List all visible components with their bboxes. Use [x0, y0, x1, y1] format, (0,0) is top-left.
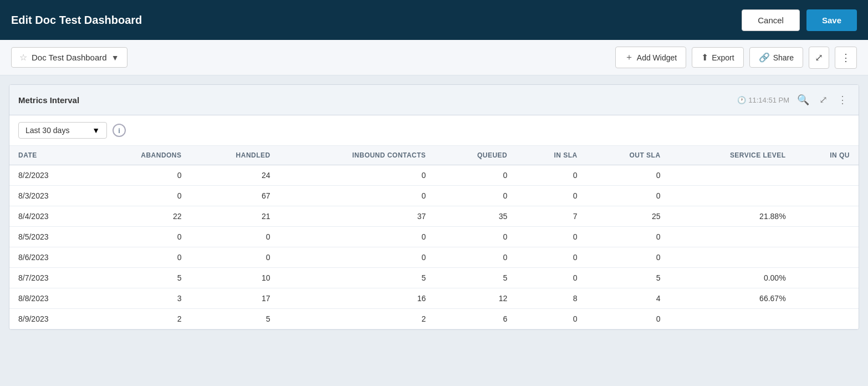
search-icon: 🔍 — [797, 94, 809, 106]
table-cell — [795, 206, 859, 227]
main-content: Metrics Interval 🕐 11:14:51 PM 🔍 ⤢ ⋮ — [0, 75, 868, 386]
table-cell: 5 — [91, 268, 190, 288]
col-abandons: ABANDONS — [91, 146, 190, 165]
export-icon: ⬆ — [701, 52, 708, 63]
table-cell: 2 — [91, 309, 190, 329]
widget-controls: Last 30 days ▼ i — [9, 115, 859, 146]
search-button[interactable]: 🔍 — [795, 92, 811, 108]
info-icon[interactable]: i — [113, 124, 126, 137]
cancel-button[interactable]: Cancel — [742, 9, 800, 31]
table-cell: 16 — [279, 288, 435, 309]
share-label: Share — [773, 53, 794, 62]
table-cell: 0 — [516, 309, 586, 329]
more-options-button[interactable]: ⋮ — [835, 47, 857, 69]
widget-header: Metrics Interval 🕐 11:14:51 PM 🔍 ⤢ ⋮ — [9, 85, 859, 115]
add-widget-button[interactable]: ＋ Add Widget — [615, 47, 686, 68]
table-row: 8/6/2023000000 — [9, 247, 859, 268]
table-cell: 0 — [586, 165, 670, 186]
dashboard-selector[interactable]: ☆ Doc Test Dashboard ▼ — [11, 47, 127, 68]
table-cell: 0 — [586, 227, 670, 247]
interval-label: Last 30 days — [25, 126, 88, 135]
table-cell: 0 — [516, 268, 586, 288]
toolbar-right: ＋ Add Widget ⬆ Export 🔗 Share ⤢ ⋮ — [615, 47, 857, 69]
table-cell: 22 — [91, 206, 190, 227]
metrics-table-wrapper[interactable]: DATE ABANDONS HANDLED INBOUND CONTACTS Q… — [9, 146, 859, 329]
plus-icon: ＋ — [625, 52, 634, 63]
save-button[interactable]: Save — [806, 9, 857, 31]
widget-header-right: 🕐 11:14:51 PM 🔍 ⤢ ⋮ — [737, 92, 850, 108]
table-cell: 5 — [190, 309, 279, 329]
table-cell: 0 — [586, 247, 670, 268]
table-cell: 25 — [586, 206, 670, 227]
star-icon: ☆ — [19, 52, 27, 63]
expand-icon: ⤢ — [819, 94, 828, 106]
table-cell: 8/6/2023 — [9, 247, 91, 268]
add-widget-label: Add Widget — [637, 53, 677, 62]
table-header: DATE ABANDONS HANDLED INBOUND CONTACTS Q… — [9, 146, 859, 165]
table-cell: 0 — [279, 227, 435, 247]
table-cell: 0 — [279, 247, 435, 268]
table-cell: 8/5/2023 — [9, 227, 91, 247]
table-cell: 0 — [91, 227, 190, 247]
col-out-sla: OUT SLA — [586, 146, 670, 165]
table-cell: 0 — [586, 186, 670, 206]
table-cell: 8/9/2023 — [9, 309, 91, 329]
interval-selector[interactable]: Last 30 days ▼ — [18, 122, 107, 139]
table-cell — [670, 247, 795, 268]
table-cell: 0 — [435, 186, 516, 206]
table-cell: 5 — [435, 268, 516, 288]
table-cell: 8/3/2023 — [9, 186, 91, 206]
table-cell: 2 — [279, 309, 435, 329]
table-cell: 0 — [190, 227, 279, 247]
table-cell: 0 — [516, 186, 586, 206]
table-row: 8/7/202351055050.00% — [9, 268, 859, 288]
more-icon: ⋮ — [841, 52, 851, 64]
table-cell — [795, 268, 859, 288]
table-row: 8/8/202331716128466.67% — [9, 288, 859, 309]
table-cell: 67 — [190, 186, 279, 206]
timestamp-value: 11:14:51 PM — [748, 96, 789, 104]
table-cell: 0 — [516, 165, 586, 186]
table-cell: 8/8/2023 — [9, 288, 91, 309]
table-cell — [795, 227, 859, 247]
table-cell: 0 — [586, 309, 670, 329]
col-inbound-contacts: INBOUND CONTACTS — [279, 146, 435, 165]
table-cell — [795, 165, 859, 186]
metrics-widget: Metrics Interval 🕐 11:14:51 PM 🔍 ⤢ ⋮ — [9, 84, 859, 330]
table-cell: 0 — [190, 247, 279, 268]
expand-button[interactable]: ⤢ — [817, 92, 830, 108]
col-in-qu: IN QU — [795, 146, 859, 165]
table-cell: 0 — [279, 165, 435, 186]
table-cell — [670, 165, 795, 186]
widget-more-icon: ⋮ — [838, 94, 847, 106]
share-icon: 🔗 — [759, 52, 770, 63]
table-cell — [670, 227, 795, 247]
table-cell — [670, 186, 795, 206]
secondary-toolbar: ☆ Doc Test Dashboard ▼ ＋ Add Widget ⬆ Ex… — [0, 40, 868, 75]
table-cell: 0 — [516, 227, 586, 247]
table-cell: 4 — [586, 288, 670, 309]
table-cell: 6 — [435, 309, 516, 329]
table-cell: 24 — [190, 165, 279, 186]
export-button[interactable]: ⬆ Export — [692, 47, 743, 68]
col-in-sla: IN SLA — [516, 146, 586, 165]
fullscreen-button[interactable]: ⤢ — [809, 47, 829, 69]
table-cell: 21 — [190, 206, 279, 227]
export-label: Export — [712, 53, 734, 62]
dashboard-name-label: Doc Test Dashboard — [32, 53, 107, 62]
table-cell — [795, 186, 859, 206]
table-cell: 0 — [435, 247, 516, 268]
table-cell — [795, 309, 859, 329]
widget-title: Metrics Interval — [18, 95, 79, 105]
chevron-down-icon: ▼ — [111, 53, 119, 62]
table-cell: 0 — [91, 165, 190, 186]
col-service-level: SERVICE LEVEL — [670, 146, 795, 165]
metrics-table: DATE ABANDONS HANDLED INBOUND CONTACTS Q… — [9, 146, 859, 329]
widget-more-button[interactable]: ⋮ — [835, 92, 850, 108]
table-cell: 0 — [516, 247, 586, 268]
table-row: 8/2/20230240000 — [9, 165, 859, 186]
widget-timestamp: 🕐 11:14:51 PM — [737, 96, 789, 104]
clock-icon: 🕐 — [737, 96, 746, 104]
share-button[interactable]: 🔗 Share — [749, 47, 803, 68]
col-queued: QUEUED — [435, 146, 516, 165]
